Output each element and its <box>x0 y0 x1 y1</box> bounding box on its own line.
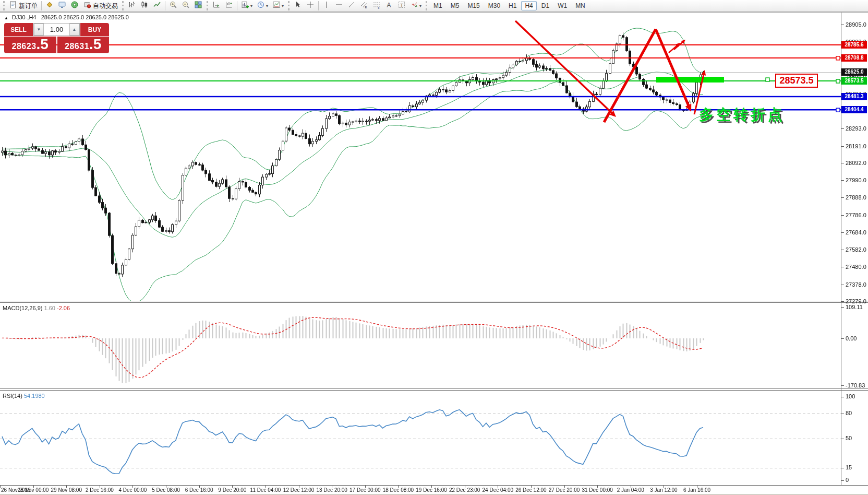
crosshair-icon <box>306 1 315 11</box>
equidistant-channel-icon: E <box>360 1 368 11</box>
dropdown-arrow-icon: ▾ <box>282 4 284 8</box>
macd-signal-value: -2.06 <box>57 305 70 311</box>
line-chart-mode-button[interactable] <box>151 0 163 11</box>
date-axis-label: 19 Dec 16:00 <box>416 487 447 493</box>
arrows-icon <box>410 1 418 11</box>
autotrading-label: 自动交易 <box>93 2 118 10</box>
vertical-line-button[interactable] <box>321 0 332 11</box>
date-axis-label: 2 Dec 16:00 <box>86 487 114 493</box>
date-axis-label: 9 Dec 20:00 <box>218 487 246 493</box>
volume-value[interactable]: 1.00 <box>44 23 69 36</box>
toolbar-grip <box>207 1 208 10</box>
rsi-axis-tick: 80 <box>846 410 852 416</box>
text-button[interactable]: A <box>383 0 395 11</box>
fibonacci-button[interactable]: F <box>371 0 382 11</box>
price-level-badge: 28708.8 <box>841 54 867 62</box>
zoom-out-button[interactable] <box>180 0 191 11</box>
macd-axis-tick: 109.11 <box>846 304 863 310</box>
candlestick-mode-button[interactable] <box>139 0 150 11</box>
date-axis-label: 26 Dec 12:00 <box>515 487 547 493</box>
timeframe-button-d1[interactable]: D1 <box>538 1 553 10</box>
signal-broadcast-button[interactable] <box>69 0 80 11</box>
text-label-button[interactable]: T <box>396 0 407 11</box>
timeframe-button-w1[interactable]: W1 <box>554 1 571 10</box>
price-flag-label[interactable]: 28573.5 <box>775 74 818 88</box>
price-axis-tick: 27786.0 <box>846 212 866 218</box>
chart-shift-icon <box>225 1 233 11</box>
candlestick-mode-icon <box>140 1 149 11</box>
tile-windows-button[interactable] <box>192 0 204 11</box>
chart-canvas[interactable] <box>0 0 868 495</box>
template-button[interactable]: ▾ <box>271 0 285 11</box>
new-order-button[interactable]: 新订单 <box>7 0 39 11</box>
timeframe-button-m30[interactable]: M30 <box>485 1 504 10</box>
gold-diamond-button[interactable] <box>44 0 55 11</box>
main-toolbar: 新订单自动交易▾▾▾EFAT▾M1M5M15M30H1H4D1W1MN <box>0 0 868 12</box>
dropdown-arrow-icon: ▾ <box>250 4 252 8</box>
date-axis-label: 18 Dec 08:00 <box>383 487 414 493</box>
horizontal-line-icon <box>335 1 343 11</box>
zoom-in-button[interactable] <box>167 0 179 11</box>
price-axis-tick: 27582.0 <box>846 246 866 253</box>
price-level-badge: 28625.0 <box>841 68 867 76</box>
trendline-button[interactable] <box>346 0 357 11</box>
buy-button[interactable]: BUY <box>80 23 109 36</box>
autotrading-button[interactable]: 自动交易 <box>81 0 119 11</box>
svg-text:A: A <box>387 2 391 9</box>
bar-chart-mode-button[interactable] <box>126 0 138 11</box>
date-axis-label: 27 Dec 20:00 <box>549 487 580 493</box>
period-clock-button[interactable]: ▾ <box>255 0 270 11</box>
data-window-button[interactable] <box>56 0 68 11</box>
new-chart-button[interactable]: ▾ <box>239 0 254 11</box>
autotrading-icon <box>83 1 91 11</box>
macd-main-value: 1.60 <box>44 305 55 311</box>
timeframe-button-m15[interactable]: M15 <box>464 1 483 10</box>
timeframe-button-h1[interactable]: H1 <box>505 1 520 10</box>
auto-scroll-icon <box>212 1 221 11</box>
new-order-label: 新订单 <box>19 2 38 10</box>
equidistant-channel-button[interactable]: E <box>358 0 370 11</box>
price-axis-tick: 27990.0 <box>846 177 866 183</box>
sell-price[interactable]: 28623.5 <box>4 37 56 53</box>
trendline-icon <box>347 1 356 11</box>
arrows-button[interactable]: ▾ <box>408 0 423 11</box>
line-chart-mode-icon <box>153 1 161 11</box>
gold-diamond-icon <box>45 1 54 11</box>
cursor-button[interactable] <box>292 0 304 11</box>
text-label-icon: T <box>397 1 406 11</box>
price-axis-tick: 28293.0 <box>846 125 866 132</box>
timeframe-button-m1[interactable]: M1 <box>430 1 446 10</box>
ohlc-values: 28625.0 28625.0 28625.0 28625.0 <box>41 14 129 20</box>
timeframe-button-m5[interactable]: M5 <box>447 1 463 10</box>
timeframe-button-mn[interactable]: MN <box>572 1 589 10</box>
chart-shift-button[interactable] <box>223 0 235 11</box>
crosshair-button[interactable] <box>305 0 316 11</box>
rsi-indicator-label: RSI(14) 54.1980 <box>3 393 45 399</box>
date-axis-label: 24 Dec 04:00 <box>483 487 514 493</box>
date-axis-label: 17 Dec 00:00 <box>349 487 381 493</box>
volume-decrease-button[interactable]: ▼ <box>34 23 44 36</box>
turning-point-annotation[interactable]: 多空转折点 <box>699 105 785 125</box>
zoom-out-icon <box>182 1 190 11</box>
date-axis-label: 2 Jan 04:00 <box>617 487 644 493</box>
price-level-badge: 28573.5 <box>841 77 867 85</box>
auto-scroll-button[interactable] <box>211 0 222 11</box>
toolbar-grip <box>122 1 124 10</box>
date-axis-label: 28 Nov 00:00 <box>18 487 49 493</box>
buy-price[interactable]: 28631.5 <box>57 37 110 53</box>
horizontal-line-button[interactable] <box>333 0 345 11</box>
rsi-axis-tick: 15 <box>846 464 852 470</box>
price-level-badge: 28481.3 <box>841 93 867 100</box>
volume-stepper: ▼ 1.00 ▲ <box>33 23 80 36</box>
svg-text:F: F <box>378 6 380 9</box>
sell-button[interactable]: SELL <box>4 23 33 36</box>
date-axis-label: 22 Dec 23:00 <box>449 487 480 493</box>
toolbar-separator <box>318 1 319 10</box>
timeframe-button-h4[interactable]: H4 <box>521 1 536 10</box>
date-axis-label: 3 Jan 12:00 <box>650 487 677 493</box>
price-axis-tick: 28191.0 <box>846 143 866 149</box>
price-axis-tick: 27888.0 <box>846 194 866 201</box>
date-axis-label: 6 Dec 16:00 <box>185 487 213 493</box>
volume-increase-button[interactable]: ▲ <box>69 23 79 36</box>
new-chart-icon <box>241 1 249 11</box>
